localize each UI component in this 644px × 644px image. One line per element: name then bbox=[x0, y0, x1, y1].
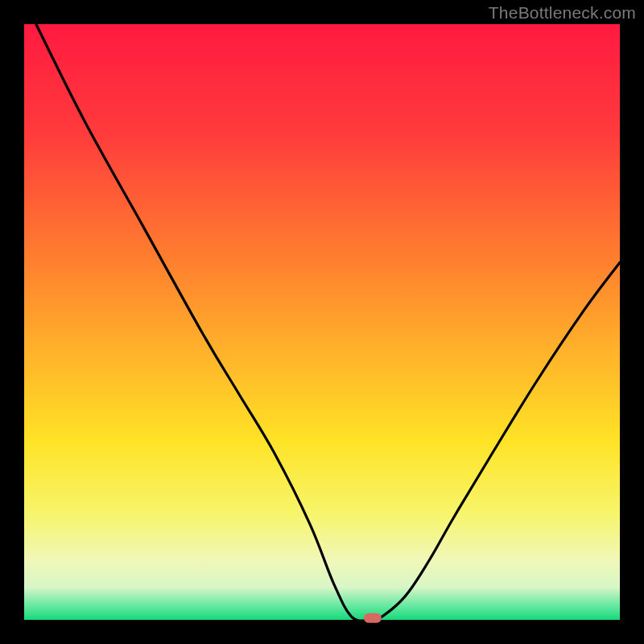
plot-background bbox=[24, 24, 620, 620]
chart-stage: TheBottleneck.com bbox=[0, 0, 644, 644]
bottleneck-chart bbox=[0, 0, 644, 644]
watermark-text: TheBottleneck.com bbox=[489, 3, 636, 23]
optimum-marker bbox=[364, 613, 382, 623]
